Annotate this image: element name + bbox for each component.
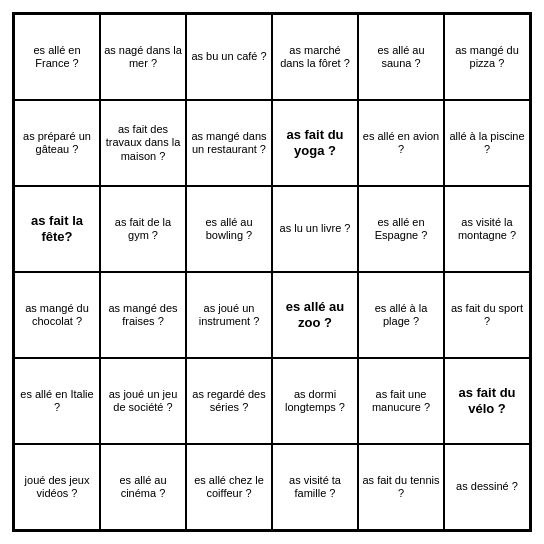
bingo-cell-25: as joué un jeu de société ? xyxy=(100,358,186,444)
bingo-cell-4: es allé au sauna ? xyxy=(358,14,444,100)
bingo-cell-2: as bu un café ? xyxy=(186,14,272,100)
bingo-cell-0: es allé en France ? xyxy=(14,14,100,100)
bingo-cell-27: as dormi longtemps ? xyxy=(272,358,358,444)
bingo-cell-18: as mangé du chocolat ? xyxy=(14,272,100,358)
bingo-cell-22: es allé à la plage ? xyxy=(358,272,444,358)
bingo-cell-29: as fait du vélo ? xyxy=(444,358,530,444)
bingo-cell-19: as mangé des fraises ? xyxy=(100,272,186,358)
bingo-cell-10: es allé en avion ? xyxy=(358,100,444,186)
bingo-cell-16: es allé en Espagne ? xyxy=(358,186,444,272)
bingo-cell-15: as lu un livre ? xyxy=(272,186,358,272)
bingo-cell-12: as fait la fête? xyxy=(14,186,100,272)
bingo-cell-21: es allé au zoo ? xyxy=(272,272,358,358)
bingo-cell-32: es allé chez le coiffeur ? xyxy=(186,444,272,530)
bingo-cell-14: es allé au bowling ? xyxy=(186,186,272,272)
bingo-cell-11: allé à la piscine ? xyxy=(444,100,530,186)
bingo-cell-23: as fait du sport ? xyxy=(444,272,530,358)
bingo-cell-20: as joué un instrument ? xyxy=(186,272,272,358)
bingo-cell-31: es allé au cinéma ? xyxy=(100,444,186,530)
bingo-cell-9: as fait du yoga ? xyxy=(272,100,358,186)
bingo-cell-30: joué des jeux vidéos ? xyxy=(14,444,100,530)
bingo-cell-1: as nagé dans la mer ? xyxy=(100,14,186,100)
bingo-cell-34: as fait du tennis ? xyxy=(358,444,444,530)
bingo-grid: es allé en France ?as nagé dans la mer ?… xyxy=(12,12,532,532)
bingo-cell-24: es allé en Italie ? xyxy=(14,358,100,444)
bingo-cell-8: as mangé dans un restaurant ? xyxy=(186,100,272,186)
bingo-cell-3: as marché dans la fôret ? xyxy=(272,14,358,100)
bingo-cell-35: as dessiné ? xyxy=(444,444,530,530)
bingo-cell-26: as regardé des séries ? xyxy=(186,358,272,444)
bingo-cell-28: as fait une manucure ? xyxy=(358,358,444,444)
bingo-cell-33: as visité ta famille ? xyxy=(272,444,358,530)
bingo-cell-13: as fait de la gym ? xyxy=(100,186,186,272)
bingo-cell-7: as fait des travaux dans la maison ? xyxy=(100,100,186,186)
bingo-cell-5: as mangé du pizza ? xyxy=(444,14,530,100)
bingo-cell-6: as préparé un gâteau ? xyxy=(14,100,100,186)
bingo-cell-17: as visité la montagne ? xyxy=(444,186,530,272)
